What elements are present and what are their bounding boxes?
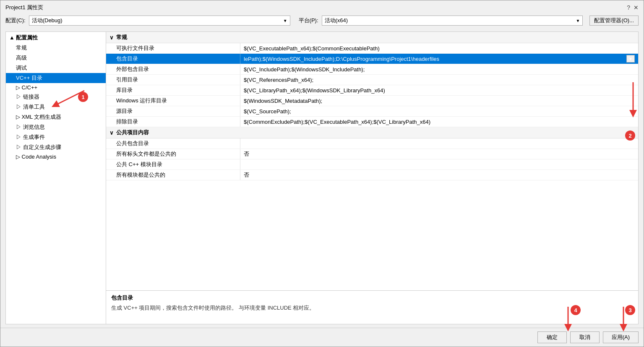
table-row[interactable]: 外部包含目录$(VC_IncludePath);$(WindowsSDK_Inc… [106, 64, 638, 75]
config-bar: 配置(C): 活动(Debug) ▼ 平台(P): 活动(x64) ▼ 配置管理… [0, 13, 644, 28]
prop-name: 包含目录 [106, 54, 240, 64]
title-bar: Project1 属性页 ? ✕ [0, 0, 644, 13]
info-panel: 包含目录 生成 VC++ 项目期间，搜索包含文件时使用的路径。 与环境变量 IN… [106, 290, 638, 324]
apply-button[interactable]: 应用(A) [603, 331, 639, 343]
config-value: 活动(Debug) [32, 17, 63, 24]
platform-label: 平台(P): [299, 17, 318, 24]
prop-value: $(VC_ReferencesPath_x64); [240, 76, 638, 84]
prop-name: 库目录 [106, 85, 240, 95]
public-rows: 公共包含目录所有标头文件都是公共的否公共 C++ 模块目录所有模块都是公共的否 [106, 138, 638, 180]
platform-dropdown-arrow: ▼ [576, 18, 580, 23]
config-manager-button[interactable]: 配置管理器(O)... [589, 16, 639, 26]
properties-table: ∨ 常规 可执行文件目录$(VC_ExecutablePath_x64);$(C… [106, 32, 638, 290]
prop-value [240, 142, 638, 145]
config-dropdown[interactable]: 活动(Debug) ▼ [29, 16, 290, 26]
prop-value: 否 [240, 149, 638, 159]
table-row[interactable]: 所有模块都是公共的否 [106, 170, 638, 180]
table-row[interactable]: 库目录$(VC_LibraryPath_x64);$(WindowsSDK_Li… [106, 85, 638, 96]
config-dropdown-arrow: ▼ [283, 18, 287, 23]
sidebar-item-debug[interactable]: 调试 [6, 63, 106, 73]
section-general-collapse[interactable]: ∨ [110, 34, 114, 41]
table-row[interactable]: 所有标头文件都是公共的否 [106, 149, 638, 159]
prop-value: lePath);$(WindowsSDK_IncludePath);D:\Cpl… [240, 54, 638, 64]
sidebar-item-xml-gen[interactable]: ▷ XML 文档生成器 [6, 112, 106, 122]
prop-value: $(CommonExcludePath);$(VC_ExecutablePath… [240, 117, 638, 126]
prop-name: 所有模块都是公共的 [106, 170, 240, 180]
main-content: ▲ 配置属性常规高级调试VC++ 目录▷ C/C++▷ 链接器▷ 清单工具▷ X… [0, 28, 644, 328]
sidebar-item-cpp[interactable]: ▷ C/C++ [6, 83, 106, 92]
info-description: 生成 VC++ 项目期间，搜索包含文件时使用的路径。 与环境变量 INCLUDE… [111, 304, 633, 312]
sidebar-item-config-props[interactable]: ▲ 配置属性 [6, 33, 106, 43]
prop-value-dropdown-btn[interactable]: ▼ [626, 55, 635, 63]
sidebar-item-vc-dirs[interactable]: VC++ 目录 [6, 73, 106, 83]
table-row[interactable]: 引用目录$(VC_ReferencesPath_x64); [106, 75, 638, 85]
sidebar: ▲ 配置属性常规高级调试VC++ 目录▷ C/C++▷ 链接器▷ 清单工具▷ X… [5, 31, 106, 324]
dialog-title: Project1 属性页 [5, 4, 43, 11]
sidebar-item-browse[interactable]: ▷ 浏览信息 [6, 122, 106, 132]
section-general-header: ∨ 常规 [106, 32, 638, 43]
section-public-collapse[interactable]: ∨ [110, 130, 114, 136]
platform-dropdown[interactable]: 活动(x64) ▼ [322, 16, 583, 26]
table-row[interactable]: 可执行文件目录$(VC_ExecutablePath_x64);$(Common… [106, 43, 638, 54]
sidebar-item-code-analysis[interactable]: ▷ Code Analysis [6, 152, 106, 161]
platform-value: 活动(x64) [325, 17, 348, 24]
prop-value: $(VC_ExecutablePath_x64);$(CommonExecuta… [240, 44, 638, 53]
table-row[interactable]: 公共包含目录 [106, 138, 638, 149]
prop-value: $(VC_IncludePath);$(WindowsSDK_IncludePa… [240, 65, 638, 74]
right-panel: ∨ 常规 可执行文件目录$(VC_ExecutablePath_x64);$(C… [106, 31, 639, 324]
table-row[interactable]: Windows 运行库目录$(WindowsSDK_MetadataPath); [106, 96, 638, 106]
sidebar-item-general[interactable]: 常规 [6, 43, 106, 53]
property-dialog: Project1 属性页 ? ✕ 配置(C): 活动(Debug) ▼ 平台(P… [0, 0, 644, 347]
close-button[interactable]: ✕ [634, 4, 639, 11]
table-row[interactable]: 源目录$(VC_SourcePath); [106, 106, 638, 117]
prop-name: 公共 C++ 模块目录 [106, 159, 240, 170]
sidebar-item-manifest[interactable]: ▷ 清单工具 [6, 102, 106, 112]
ok-button[interactable]: 确定 [537, 331, 567, 343]
prop-value: 否 [240, 170, 638, 180]
prop-value [240, 163, 638, 166]
help-button[interactable]: ? [627, 4, 630, 11]
section-public-label: 公共项目内容 [116, 129, 149, 136]
prop-name: 可执行文件目录 [106, 43, 240, 53]
sidebar-item-build-events[interactable]: ▷ 生成事件 [6, 132, 106, 142]
prop-name: 所有标头文件都是公共的 [106, 149, 240, 159]
prop-value: $(VC_SourcePath); [240, 107, 638, 116]
sidebar-section: ▲ 配置属性常规高级调试VC++ 目录▷ C/C++▷ 链接器▷ 清单工具▷ X… [6, 32, 106, 162]
bottom-bar: 确定 取消 应用(A) [0, 328, 644, 347]
prop-value: $(VC_LibraryPath_x64);$(WindowsSDK_Libra… [240, 86, 638, 95]
info-title: 包含目录 [111, 294, 633, 302]
config-label: 配置(C): [5, 17, 26, 24]
prop-name: 公共包含目录 [106, 138, 240, 149]
general-rows: 可执行文件目录$(VC_ExecutablePath_x64);$(Common… [106, 43, 638, 127]
prop-name: 外部包含目录 [106, 64, 240, 74]
prop-name: 排除目录 [106, 117, 240, 127]
prop-value: $(WindowsSDK_MetadataPath); [240, 97, 638, 105]
section-general-label: 常规 [116, 34, 127, 41]
table-row[interactable]: 排除目录$(CommonExcludePath);$(VC_Executable… [106, 117, 638, 127]
sidebar-item-custom-build[interactable]: ▷ 自定义生成步骤 [6, 142, 106, 152]
prop-name: 源目录 [106, 106, 240, 116]
prop-name: 引用目录 [106, 75, 240, 85]
table-row[interactable]: 公共 C++ 模块目录 [106, 159, 638, 170]
sidebar-item-linker[interactable]: ▷ 链接器 [6, 92, 106, 102]
prop-name: Windows 运行库目录 [106, 96, 240, 106]
table-row[interactable]: 包含目录lePath);$(WindowsSDK_IncludePath);D:… [106, 54, 638, 64]
cancel-button[interactable]: 取消 [570, 331, 600, 343]
section-public-header: ∨ 公共项目内容 [106, 127, 638, 138]
sidebar-item-advanced[interactable]: 高级 [6, 53, 106, 63]
title-controls: ? ✕ [627, 4, 639, 11]
